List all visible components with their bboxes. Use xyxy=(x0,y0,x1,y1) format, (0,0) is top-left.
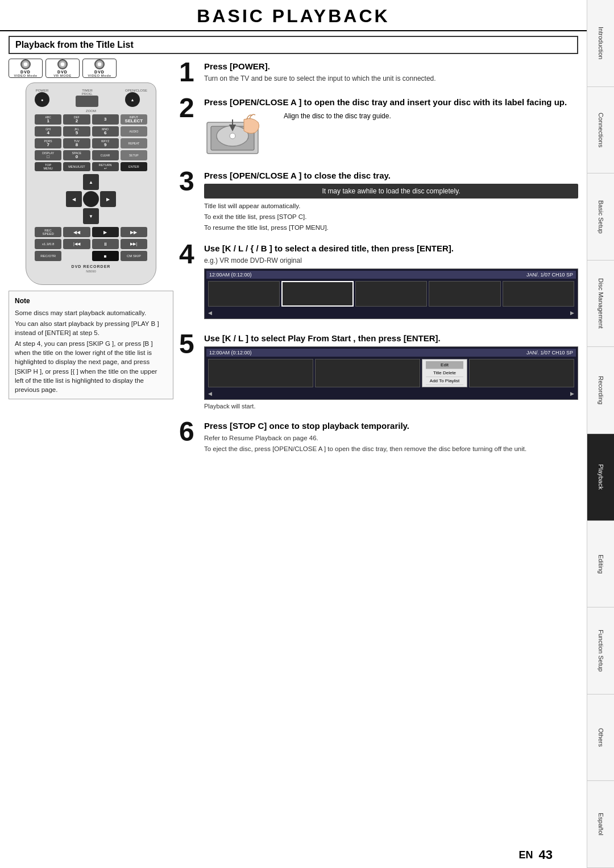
enter-button[interactable]: ENTER xyxy=(121,162,147,171)
disc-icon-2 xyxy=(57,59,68,69)
input-select-button[interactable]: INPUT SELECT xyxy=(121,114,147,125)
dpad-section: ▲ ◀ ▶ ▼ xyxy=(35,174,147,224)
step-2: 2 Press [OPEN/CLOSE A ] to open the disc… xyxy=(179,94,578,159)
svg-point-4 xyxy=(230,133,235,139)
timer-prog-button[interactable] xyxy=(76,96,98,107)
num-btn-8[interactable]: TUV 8 xyxy=(63,138,90,148)
playback-row-1: RECSPEED ◀◀ ▶ ▶▶ xyxy=(35,227,147,237)
sidebar: Introduction Connections Basic Setup Dis… xyxy=(587,0,614,868)
sidebar-tab-introduction[interactable]: Introduction xyxy=(587,0,614,87)
rec-speed-button[interactable]: RECSPEED xyxy=(35,227,61,237)
ms-thumb-2 xyxy=(315,359,420,387)
sidebar-tab-editing[interactable]: Editing xyxy=(587,521,614,608)
menu-list-button[interactable]: MENU/LIST xyxy=(63,162,90,171)
remote-top-row: POWER ● TIMER PROG. OPEN/CLOSE ▲ xyxy=(35,89,147,107)
step-3-info-1: Title list will appear automatically. xyxy=(204,201,578,210)
num-grid: ABC 1 DEF 2 3 INPUT SEL xyxy=(35,114,147,148)
rev-button[interactable]: ◀◀ xyxy=(63,227,90,237)
sidebar-tab-others[interactable]: Others xyxy=(587,695,614,782)
step-6-title: Press [STOP C] once to stop playback tem… xyxy=(204,420,578,432)
step-2-num: 2 xyxy=(179,94,200,122)
playback-start-text: Playback will start. xyxy=(204,403,578,410)
dpad-right[interactable]: ▶ xyxy=(100,191,116,207)
dvd-logos: DVD VIDEO Mode DVD VR MODE DVD VIDEO Mod… xyxy=(9,59,173,78)
skip-fwd-button[interactable]: ▶▶| xyxy=(121,239,147,249)
space-button[interactable]: SPACE 0 xyxy=(63,150,90,160)
speed-button[interactable]: x1.3/0.8 xyxy=(35,239,61,249)
ms-menu-item-delete: Title Delete xyxy=(426,369,463,377)
disc-icon-3 xyxy=(94,59,105,69)
dpad-up[interactable]: ▲ xyxy=(83,174,99,190)
top-menu-button[interactable]: TOPMENU xyxy=(35,162,61,171)
remote-wrapper: POWER ● TIMER PROG. OPEN/CLOSE ▲ xyxy=(9,82,173,285)
step-5-title: Use [K / L ] to select Play From Start ,… xyxy=(204,333,578,344)
note-line-2: You can also start playback by pressing … xyxy=(15,319,167,337)
page-title: BASIC PLAYBACK xyxy=(197,6,389,26)
setup-button[interactable]: SETUP xyxy=(121,150,147,160)
model-label: N8090 xyxy=(35,270,147,273)
sidebar-tab-recording[interactable]: Recording xyxy=(587,347,614,434)
sidebar-tab-espanol[interactable]: Español xyxy=(587,781,614,868)
step-6-num: 6 xyxy=(179,418,200,445)
right-column: 1 Press [POWER]. Turn on the TV and be s… xyxy=(179,59,578,459)
clear-button[interactable]: CLEAR xyxy=(92,150,119,160)
display-button[interactable]: DISPLAY □ xyxy=(35,150,61,160)
step-6-eject: To eject the disc, press [OPEN/CLOSE A ]… xyxy=(204,444,578,453)
step-4-content: Use [K / L / { / B ] to select a desired… xyxy=(204,241,578,321)
sidebar-tab-function-setup[interactable]: Function Setup xyxy=(587,607,614,695)
step-1-title: Press [POWER]. xyxy=(204,61,578,72)
dvd-mode-1: VIDEO Mode xyxy=(14,74,37,77)
sidebar-tab-connections[interactable]: Connections xyxy=(587,87,614,174)
step-1-content: Press [POWER]. Turn on the TV and be sur… xyxy=(204,59,578,83)
tl-nav-right: ▶ xyxy=(570,310,574,316)
num-btn-3[interactable]: 3 xyxy=(92,114,119,125)
step-6: 6 Press [STOP C] once to stop playback t… xyxy=(179,418,578,453)
openclose-button[interactable]: ▲ xyxy=(125,92,140,107)
step-2-content: Press [OPEN/CLOSE A ] to open the disc t… xyxy=(204,94,578,159)
dpad-center[interactable] xyxy=(83,191,99,207)
disc-insert-image xyxy=(204,111,278,156)
tl-thumb-2 xyxy=(281,281,353,307)
ms-menu-item-add: Add To Playlist xyxy=(426,377,463,385)
step-4-num: 4 xyxy=(179,241,200,268)
page-header: BASIC PLAYBACK xyxy=(0,0,587,31)
dvd-text-2: DVD xyxy=(57,70,68,74)
special-row: DISPLAY □ SPACE 0 CLEAR SETUP xyxy=(35,150,147,160)
skip-back-button[interactable]: |◀◀ xyxy=(63,239,90,249)
num-btn-5[interactable]: JKL 5 xyxy=(63,126,90,137)
repeat-button[interactable]: REPEAT xyxy=(121,138,147,148)
cm-skip-button[interactable]: CM SKIP xyxy=(121,251,147,261)
ms-nav-right: ▶ xyxy=(570,391,574,396)
playback-row-2: x1.3/0.8 |◀◀ ⏸ ▶▶| xyxy=(35,239,147,249)
ms-thumb-3 xyxy=(469,359,574,387)
pause-button[interactable]: ⏸ xyxy=(92,239,119,249)
dvd-mode-3: VIDEO Mode xyxy=(88,74,111,77)
disc-caption: Align the disc to the disc tray guide. xyxy=(284,111,391,121)
num-btn-2[interactable]: DEF 2 xyxy=(63,114,90,125)
play-button[interactable]: ▶ xyxy=(92,227,119,237)
dpad-left[interactable]: ◀ xyxy=(66,191,82,207)
stop-button[interactable]: ■ xyxy=(92,251,119,261)
note-line-1: Some discs may start playback automatica… xyxy=(15,308,167,317)
dpad-down[interactable]: ▼ xyxy=(83,208,99,224)
num-btn-1[interactable]: ABC 1 xyxy=(35,114,61,125)
num-btn-9[interactable]: WXYZ 9 xyxy=(92,138,119,148)
sidebar-tab-disc-management[interactable]: Disc Management xyxy=(587,261,614,348)
tl-nav-left: ◀ xyxy=(208,310,212,316)
tl-header: 12:00AM (0:12:00) JAN/. 1/07 CH10 SP xyxy=(206,271,576,279)
rec-otr-button[interactable]: REC/OTR xyxy=(35,251,61,261)
disc-icon-1 xyxy=(20,59,31,69)
num-btn-4[interactable]: GHI 4 xyxy=(35,126,61,137)
return-button[interactable]: RETURN↩ xyxy=(92,162,119,171)
dvd-logo-1: DVD VIDEO Mode xyxy=(9,59,43,78)
sidebar-tab-playback[interactable]: Playback xyxy=(587,434,614,521)
step-3-info-3: To resume the title list, press [TOP MEN… xyxy=(204,223,578,232)
power-button[interactable]: ● xyxy=(35,92,49,107)
sidebar-tab-basic-setup[interactable]: Basic Setup xyxy=(587,173,614,261)
fwd-button[interactable]: ▶▶ xyxy=(121,227,147,237)
dvd-logo-2: DVD VR MODE xyxy=(45,59,80,78)
step-5-num: 5 xyxy=(179,330,200,358)
audio-button[interactable]: AUDIO xyxy=(121,126,147,137)
num-btn-6[interactable]: MNO 6 xyxy=(92,126,119,137)
num-btn-7[interactable]: PQRS 7 xyxy=(35,138,61,148)
